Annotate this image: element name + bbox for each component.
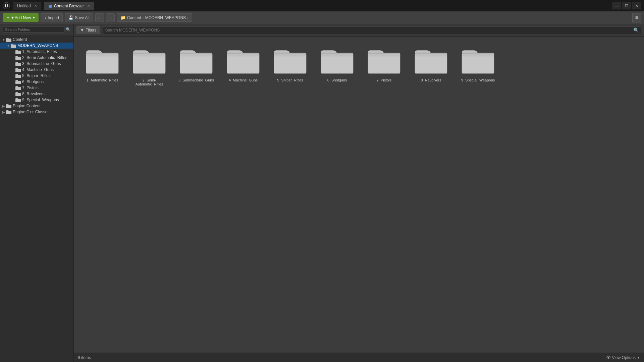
folder-item[interactable]: 1_Automatic_Rifles [80,43,124,89]
folder-icon [15,73,21,78]
sidebar-tree-item-modern-weapons[interactable]: ▼ MODERN_WEAPONS [0,43,73,49]
tree-expand-icon[interactable] [11,92,15,96]
tree-expand-icon[interactable] [11,98,15,102]
search-folders-input[interactable] [3,26,64,33]
search-box: 🔍 [103,26,641,34]
sidebar-tree-item-6-shotguns[interactable]: 6_Shotguns [0,79,73,85]
svg-rect-50 [415,54,447,73]
breadcrumb-content[interactable]: Content [127,15,141,20]
tree-item-label: 6_Shotguns [22,79,44,84]
svg-rect-3 [6,39,11,42]
add-new-button[interactable]: ＋ + Add New ▼ [3,13,39,22]
sidebar-tree-item-7-pistols[interactable]: 7_Pistols [0,85,73,91]
tree-item-label: 4_Machine_Guns [22,67,54,72]
save-all-label: Save All [75,15,89,20]
tree-item-label: 1_Automatic_Rifles [22,49,57,54]
panel-collapse-button[interactable]: ≡ [632,13,641,22]
sidebar-tree-item-engine-c---classes[interactable]: ▶ Engine C++ Classes [0,109,73,115]
folder-icon [15,49,21,54]
tree-expand-icon[interactable] [11,49,15,54]
sidebar-tree-item-3-submachine-guns[interactable]: 3_Submachine_Guns [0,61,73,67]
svg-rect-7 [15,51,21,54]
tab-content-browser[interactable]: ▦ Content Browser ✕ [44,2,94,10]
item-count: 9 items [78,355,91,360]
folder-tree: ▼ Content▼ MODERN_WEAPONS 1_Automatic_Ri… [0,35,73,362]
folder-label: 5_Sniper_Rifles [277,78,303,82]
folder-label: 9_Special_Weapons [461,78,495,82]
folder-item[interactable]: 4_Machine_Guns [221,43,265,89]
svg-rect-41 [274,54,306,73]
maximize-button[interactable]: ☐ [622,2,631,9]
close-button[interactable]: ✕ [632,2,641,9]
folder-icon [15,85,21,90]
view-options-button[interactable]: 👁 View Options ▼ [606,355,640,360]
svg-rect-36 [180,54,212,56]
status-bar: 9 items 👁 View Options ▼ [74,353,644,362]
folder-item[interactable]: 6_Shotguns [315,43,359,89]
sidebar-tree-item-1-automatic-rifles[interactable]: 1_Automatic_Rifles [0,49,73,55]
tab-untitled-close[interactable]: ✕ [34,4,37,8]
svg-rect-17 [15,81,21,84]
tree-expand-icon[interactable]: ▶ [1,110,6,114]
folder-icon [6,104,11,108]
folder-icon [15,79,21,84]
main-area: 🔍 ▼ Content▼ MODERN_WEAPONS 1_Automatic_… [0,24,644,362]
view-options-dropdown-icon: ▼ [637,356,640,359]
folder-label: 3_Submachine_Guns [178,78,214,82]
tree-expand-icon[interactable] [11,79,15,84]
folder-item[interactable]: 8_Revolvers [409,43,453,89]
folder-item[interactable]: 5_Sniper_Rifles [268,43,312,89]
folder-big-icon [272,46,309,76]
filters-button[interactable]: ▼ Filters [76,26,100,34]
import-button[interactable]: ↓ Import [41,13,63,22]
import-icon: ↓ [44,15,46,20]
save-all-button[interactable]: 💾 Save All [65,13,93,22]
content-area: ▼ Filters 🔍 1_Automatic_Rifles [74,24,644,362]
tree-expand-icon[interactable]: ▶ [1,104,6,108]
svg-rect-21 [15,93,21,96]
folder-label: 7_Pistols [377,78,392,82]
folder-item[interactable]: 3_Submachine_Guns [174,43,218,89]
sidebar-tree-item-8-revolvers[interactable]: 8_Revolvers [0,91,73,97]
tab-untitled-label: Untitled [17,4,31,8]
tree-expand-icon[interactable] [11,61,15,66]
search-input[interactable] [105,26,633,34]
import-label: Import [48,15,59,20]
folder-item[interactable]: 7_Pistols [362,43,406,89]
svg-rect-35 [180,54,212,73]
tree-expand-icon[interactable] [11,67,15,72]
svg-rect-13 [15,69,21,72]
svg-rect-19 [15,87,21,90]
sidebar-tree-item-9-special-weapons[interactable]: 9_Special_Weapons [0,97,73,103]
svg-rect-9 [15,57,21,60]
tree-expand-icon[interactable]: ▼ [1,37,6,42]
tree-expand-icon[interactable]: ▼ [6,43,11,48]
search-submit-icon[interactable]: 🔍 [633,27,639,33]
folder-icon [11,43,16,48]
sidebar-tree-item-4-machine-guns[interactable]: 4_Machine_Guns [0,67,73,73]
breadcrumb-modern-weapons[interactable]: MODERN_WEAPONS [145,15,186,20]
sidebar-tree-item-content[interactable]: ▼ Content [0,37,73,43]
folder-item[interactable]: 2_Semi-Automatic_Rifles [127,43,171,89]
tab-untitled[interactable]: Untitled ✕ [13,2,41,10]
folder-item[interactable]: 9_Special_Weapons [456,43,500,89]
folder-label: 8_Revolvers [421,78,441,82]
search-folders-icon[interactable]: 🔍 [66,27,71,32]
svg-text:U: U [5,3,8,8]
svg-rect-38 [227,54,259,73]
tree-expand-icon[interactable] [11,73,15,78]
sidebar-tree-item-engine-content[interactable]: ▶ Engine Content [0,103,73,109]
nav-forward-button[interactable]: → [106,13,115,22]
nav-back-button[interactable]: ← [95,13,104,22]
tab-content-browser-close[interactable]: ✕ [87,4,90,8]
folder-icon [15,92,21,96]
folder-icon [15,67,21,72]
folder-big-icon [178,46,215,76]
sidebar-tree-item-5-sniper-rifles[interactable]: 5_Sniper_Rifles [0,73,73,79]
sidebar-tree-item-2-semi-automatic-rifles[interactable]: 2_Semi-Automatic_Rifles [0,55,73,61]
folder-icon [15,61,21,66]
tree-expand-icon[interactable] [11,85,15,90]
tree-item-label: MODERN_WEAPONS [17,43,58,48]
minimize-button[interactable]: — [612,2,621,9]
tree-expand-icon[interactable] [11,55,15,60]
